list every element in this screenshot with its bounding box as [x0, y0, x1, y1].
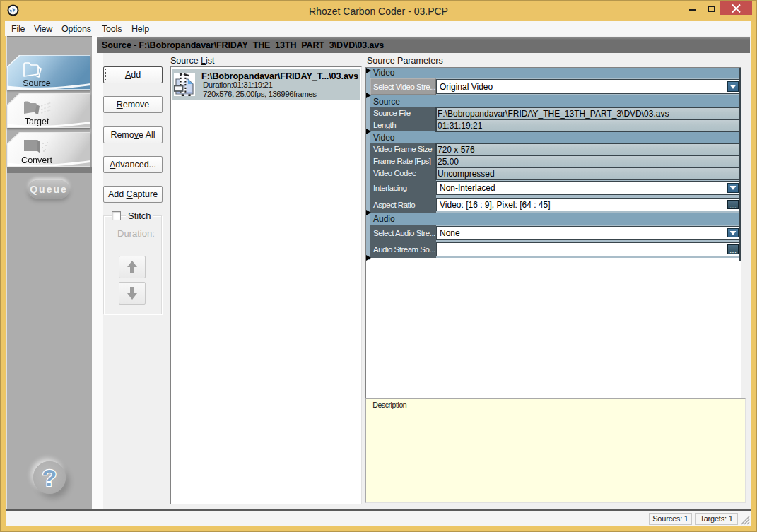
svg-text:?: ?	[42, 464, 57, 491]
